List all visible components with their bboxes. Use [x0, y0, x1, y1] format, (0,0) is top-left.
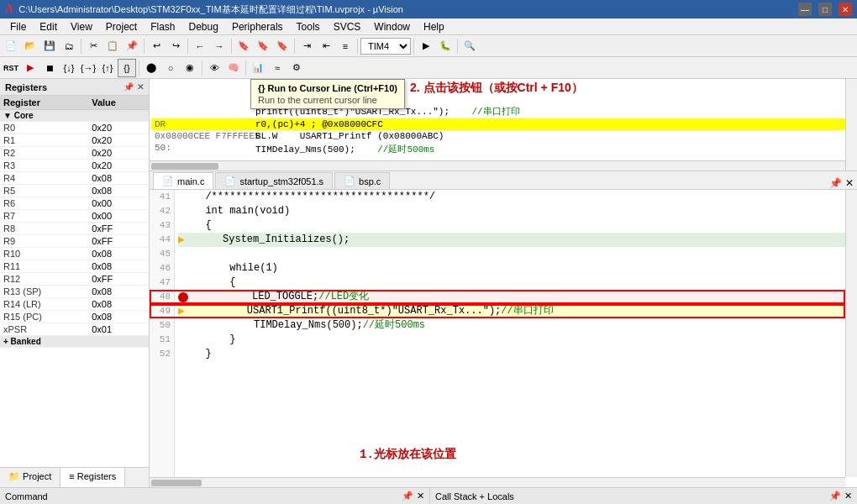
- code-line-51: }: [178, 333, 857, 347]
- reg-banked: + Banked: [0, 336, 149, 348]
- disasm-area: {} Run to Cursor Line (Ctrl+F10) Run to …: [150, 79, 857, 171]
- tab-bsp-c[interactable]: 📄 bsp.c: [334, 172, 390, 189]
- left-panel-tabs: 📁 Project ≡ Registers: [0, 467, 149, 487]
- rst-btn[interactable]: RST: [2, 59, 20, 77]
- pin-cmd-icon[interactable]: 📌: [402, 491, 413, 501]
- disasm-vscroll[interactable]: [845, 79, 857, 171]
- menu-item-project[interactable]: Project: [99, 18, 144, 34]
- reg-row-r14 lr: R14 (LR)0x08: [0, 298, 149, 311]
- menu-item-tools[interactable]: Tools: [290, 18, 327, 34]
- menu-item-flash[interactable]: Flash: [144, 18, 181, 34]
- menu-item-view[interactable]: View: [64, 18, 99, 34]
- menu-item-help[interactable]: Help: [417, 18, 451, 34]
- tab-project[interactable]: 📁 Project: [0, 468, 60, 487]
- bp-disable-btn[interactable]: ○: [161, 59, 180, 77]
- reg-row-r7: R70x00: [0, 210, 149, 223]
- reg-row-r8: R80xFF: [0, 223, 149, 235]
- menu-item-edit[interactable]: Edit: [33, 18, 64, 34]
- menu-item-window[interactable]: Window: [367, 18, 417, 34]
- code-line-47: {: [178, 276, 857, 290]
- paste-btn[interactable]: 📌: [123, 37, 141, 55]
- code-line-45: [178, 247, 857, 261]
- disasm-hscroll-thumb[interactable]: [151, 163, 218, 170]
- step-out-btn[interactable]: {↑}: [98, 59, 117, 77]
- code-line-52: }: [178, 347, 857, 361]
- tab-startup[interactable]: 📄 startup_stm32f051.s: [215, 172, 333, 189]
- copy-btn[interactable]: 📋: [103, 37, 122, 55]
- code-area: 📄 main.c 📄 startup_stm32f051.s 📄 bsp.c 📌…: [150, 171, 857, 487]
- code-hscroll-thumb[interactable]: [151, 480, 202, 486]
- close-cs-icon[interactable]: ✕: [844, 491, 852, 501]
- nav-back-btn[interactable]: ←: [191, 37, 209, 55]
- disasm-hscroll[interactable]: [150, 160, 845, 171]
- redo-btn[interactable]: ↪: [166, 37, 185, 55]
- debug-btn[interactable]: 🐛: [436, 37, 455, 55]
- nav-fwd-btn[interactable]: →: [210, 37, 229, 55]
- load-btn[interactable]: ▶: [417, 37, 435, 55]
- settings-btn[interactable]: ⚙: [287, 59, 306, 77]
- close-code-icon[interactable]: ✕: [845, 177, 854, 189]
- run-btn[interactable]: ▶: [21, 59, 39, 77]
- tooltip-title: {} Run to Cursor Line (Ctrl+F10): [258, 83, 397, 93]
- step-over-btn[interactable]: {→}: [79, 59, 97, 77]
- outdent-btn[interactable]: ⇤: [317, 37, 335, 55]
- run-to-cursor-btn[interactable]: {}: [118, 59, 136, 77]
- close-button[interactable]: ✕: [839, 3, 852, 16]
- bookmark1-btn[interactable]: 🔖: [234, 37, 253, 55]
- pin-cs-icon[interactable]: 📌: [829, 491, 841, 501]
- bookmark2-btn[interactable]: 🔖: [254, 37, 272, 55]
- menu-item-debug[interactable]: Debug: [182, 18, 225, 34]
- callstack-header: Call Stack + Locals 📌 ✕: [430, 488, 857, 504]
- right-area: {} Run to Cursor Line (Ctrl+F10) Run to …: [150, 79, 857, 487]
- menu-item-peripherals[interactable]: Peripherals: [225, 18, 290, 34]
- target-select[interactable]: TIM4: [360, 38, 411, 55]
- pin-code-icon[interactable]: 📌: [829, 177, 842, 189]
- perf-btn[interactable]: 📊: [249, 59, 267, 77]
- reg-row-r4: R40x08: [0, 172, 149, 185]
- val-col-header: Value: [88, 96, 149, 110]
- search-btn[interactable]: 🔍: [460, 37, 479, 55]
- reg-row-r13 sp: R13 (SP)0x08: [0, 286, 149, 298]
- step-btn[interactable]: {↓}: [60, 59, 78, 77]
- close-cmd-icon[interactable]: ✕: [417, 491, 424, 501]
- code-line-46: while(1): [178, 261, 857, 276]
- command-title: Command: [5, 491, 48, 501]
- save-all-btn[interactable]: 🗂: [60, 37, 78, 55]
- reg-row-xpsr: xPSR0x01: [0, 323, 149, 336]
- cut-btn[interactable]: ✂: [84, 37, 103, 55]
- stop-btn[interactable]: ⏹: [40, 59, 59, 77]
- menu-item-file[interactable]: File: [3, 18, 33, 34]
- reg-col-header: Register: [0, 96, 88, 110]
- registers-table: Register Value ▼ CoreR00x20R10x20R20x20R…: [0, 96, 149, 467]
- open-btn[interactable]: 📂: [21, 37, 39, 55]
- save-btn[interactable]: 💾: [40, 37, 59, 55]
- disasm-line-2: DR r0,(pc)+4 ; @0x08000CFC: [151, 118, 855, 130]
- tab-main-c[interactable]: 📄 main.c: [153, 172, 213, 189]
- bookmark3-btn[interactable]: 🔖: [273, 37, 292, 55]
- disasm-line-3: 0x08000CEE F7FFFEE5 BL.W USART1_Printf (…: [151, 130, 855, 142]
- tab-registers[interactable]: ≡ Registers: [60, 468, 125, 487]
- indent-btn[interactable]: ⇥: [297, 37, 316, 55]
- code-hscroll[interactable]: [150, 477, 845, 487]
- watch-btn[interactable]: 👁: [205, 59, 223, 77]
- format-btn[interactable]: ≡: [336, 37, 355, 55]
- undo-btn[interactable]: ↩: [147, 37, 166, 55]
- reg-row-r5: R50x08: [0, 185, 149, 197]
- code-lines: /************************************/ i…: [175, 190, 857, 487]
- mem-btn[interactable]: 🧠: [224, 59, 243, 77]
- minimize-button[interactable]: —: [798, 3, 812, 16]
- bp-toggle-btn[interactable]: ⬤: [142, 59, 160, 77]
- close-registers-icon[interactable]: ✕: [137, 82, 144, 92]
- menubar: FileEditViewProjectFlashDebugPeripherals…: [0, 18, 857, 35]
- code-vscroll[interactable]: [845, 190, 857, 477]
- pin-icon[interactable]: 📌: [124, 82, 134, 92]
- new-file-btn[interactable]: 📄: [2, 37, 20, 55]
- run-to-cursor-tooltip: {} Run to Cursor Line (Ctrl+F10) Run to …: [250, 79, 405, 109]
- logic-btn[interactable]: ≈: [268, 59, 287, 77]
- code-content: 414243444546474849505152 /**************…: [150, 190, 857, 487]
- maximize-button[interactable]: □: [818, 3, 832, 16]
- bp-all-btn[interactable]: ◉: [181, 59, 199, 77]
- menu-item-svcs[interactable]: SVCS: [327, 18, 368, 34]
- reg-row-r9: R90xFF: [0, 235, 149, 248]
- breakpoint-marker: [178, 292, 188, 302]
